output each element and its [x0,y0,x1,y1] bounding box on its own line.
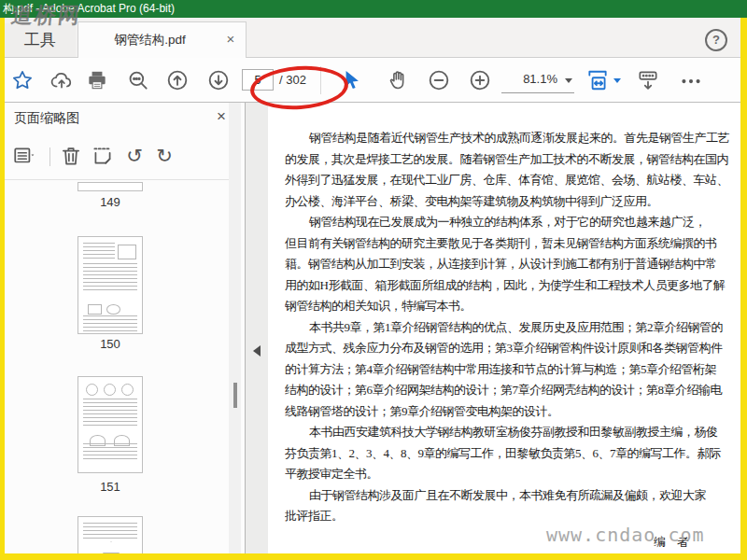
delete-page-trash-icon[interactable] [59,144,83,168]
tab-document[interactable]: 钢管结构.pdf × [78,21,247,58]
text-line: 钢管结构的相关知识，特编写本书。 [285,296,740,317]
text-line: 但目前有关钢管结构的研究主要散见于各类期刊，暂未见钢管结构方面系统编撰的书 [285,233,740,255]
text-line: 成型方式、残余应力分布及钢管的选用；第3章介绍钢管构件设计原则和各类钢管构件 [285,338,740,359]
zoom-out-icon[interactable] [427,68,451,92]
text-line: 结构的设计；第6章介绍网架结构的设计；第7章介绍网壳结构的设计；第8章介绍输电 [285,380,740,401]
thumbnail-options-icon[interactable] [12,144,36,168]
frame-border-left [0,18,5,560]
tab-bar: 工具 钢管结构.pdf × ? [5,18,740,58]
panel-close-icon[interactable]: × [212,107,231,126]
thumbnail-label-149: 149 [59,195,162,209]
thumbnail-label-150: 150 [59,337,162,351]
zoom-level-value[interactable]: 81.1% [503,72,557,86]
text-line: 的发展，其次是焊接工艺的发展。随着钢管生产加工技术的不断发展，钢管结构在国内 [285,149,740,171]
text-line: 平教授审定全书。 [285,464,740,485]
panel-toolbar-separator [49,147,50,166]
text-line: 钢管结构是随着近代钢管生产技术的成熟而逐渐发展起来的。首先是钢管生产工艺 [285,128,740,149]
search-icon[interactable] [126,68,150,92]
zoom-field-underline [501,92,574,93]
panel-scrollbar-thumb[interactable] [233,383,237,408]
fit-width-caret-icon[interactable] [613,78,621,83]
favorite-star-icon[interactable] [10,68,35,92]
panel-toolbar-divider [5,179,233,180]
thumbnail-page-151[interactable] [78,376,143,473]
text-line: 用的如H形截面、箱形截面所组成的结构，因此，为使学生和工程技术人员更多地了解 [285,275,740,297]
previous-page-icon[interactable] [165,68,190,92]
more-tools-ellipsis-icon[interactable] [679,68,703,92]
thumbnail-label-151: 151 [59,480,162,494]
thumbnail-page-150[interactable] [78,236,143,334]
zoom-dropdown-caret-icon[interactable] [565,78,572,83]
thumbnail-page-152[interactable] [78,516,143,553]
tab-close-icon[interactable]: × [222,31,239,48]
site-watermark-corner: 道桥网 [9,1,82,30]
print-icon[interactable] [85,68,109,92]
site-watermark-page: www.cndao.com [546,524,705,546]
frame-border-right [740,18,747,560]
main-toolbar: 5 / 302 81.1% [5,58,740,103]
help-icon[interactable]: ? [705,29,727,51]
panel-scrollbar-track[interactable] [229,103,241,553]
share-cloud-icon[interactable] [49,68,74,92]
tab-document-label: 钢管结构.pdf [78,22,221,58]
text-line: 的计算方法；第4章介绍钢管结构中常用连接和节点的计算与构造；第5章介绍管桁架 [285,359,740,381]
rotate-left-icon[interactable]: ↺ [122,144,147,168]
crop-pages-icon[interactable] [91,144,115,168]
text-line: 钢管结构现在已发展成为一种独立的结构体系，对于它的研究也越来越广泛， [285,212,740,233]
next-page-icon[interactable] [206,68,231,92]
thumbnail-page-149[interactable] [78,182,143,191]
rotate-right-icon[interactable]: ↻ [152,144,176,168]
scroll-mode-icon[interactable] [636,68,660,92]
text-line: 芬负责第1、2、3、4、8、9章的编写工作，田黎敏负责第5、6、7章的编写工作。… [285,443,740,465]
zoom-in-icon[interactable] [468,68,492,92]
frame-border-bottom [0,553,747,560]
collapse-panel-arrow-icon[interactable] [253,345,261,357]
document-page: 钢管结构是随着近代钢管生产技术的成熟而逐渐发展起来的。首先是钢管生产工艺 的发展… [268,103,740,553]
document-text: 钢管结构是随着近代钢管生产技术的成熟而逐渐发展起来的。首先是钢管生产工艺 的发展… [285,128,740,553]
text-line: 由于钢管结构涉及面广且在不断发展中，本书难免有所疏漏及偏颇，欢迎大家 [285,485,740,507]
text-line: 办公楼、海洋平台、桥梁、变电构架等建筑物及构筑物中得到广泛应用。 [285,191,740,213]
text-line: 本书由西安建筑科技大学钢结构教研室杨俊芬副教授和田黎敏副教授主编，杨俊 [285,422,740,443]
text-line: 本书共9章，第1章介绍钢管结构的优点、发展历史及应用范围；第2章介绍钢管的 [285,317,740,339]
window-titlebar: 构.pdf - Adobe Acrobat Pro (64-bit) [0,0,747,18]
panel-gutter [246,103,268,553]
fit-width-icon[interactable] [585,68,610,92]
page-thumbnails-panel: 页面缩略图 × ↺ ↻ 149 150 [5,103,245,553]
text-line: 线路钢管塔的设计；第9章介绍钢管变电构架的设计。 [285,401,740,423]
hand-tool-icon[interactable] [386,68,410,92]
text-line: 外得到了迅猛发展，在现代工业厂房、仓库、体育馆、展览馆、会场、航站楼、车站、 [285,170,740,191]
text-line: 籍。钢管结构从加工到安装，从连接到计算，从设计到施工都有别于普通钢结构中常 [285,254,740,275]
panel-title: 页面缩略图 [14,110,79,127]
